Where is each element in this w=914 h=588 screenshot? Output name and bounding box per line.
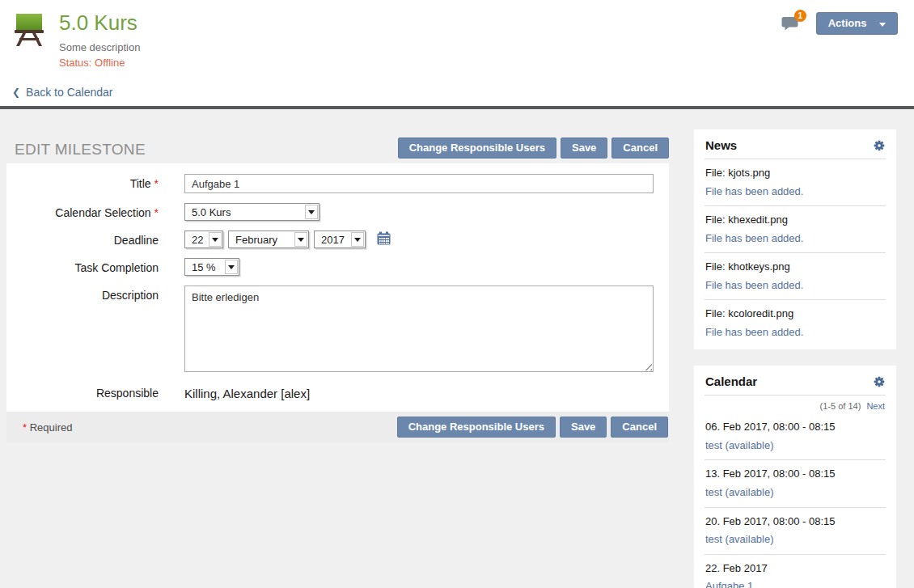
dropdown-arrow-icon bbox=[305, 205, 318, 219]
calendar-item-link[interactable]: test (available) bbox=[705, 485, 774, 500]
change-responsible-users-button-bottom[interactable]: Change Responsible Users bbox=[397, 417, 556, 438]
page-title: 5.0 Kurs bbox=[59, 11, 140, 36]
news-item-title: File: khexedit.png bbox=[705, 213, 885, 227]
gear-icon[interactable] bbox=[874, 140, 885, 151]
news-item-title: File: kcoloredit.png bbox=[705, 307, 885, 321]
responsible-value: Killing, Alexander [alex] bbox=[184, 385, 310, 400]
notifications-button[interactable]: 1 bbox=[781, 16, 798, 34]
cancel-button-top[interactable]: Cancel bbox=[611, 137, 669, 159]
calendar-item-link[interactable]: Aufgabe 1 bbox=[705, 579, 753, 588]
news-item-link[interactable]: File has been added. bbox=[705, 325, 803, 340]
deadline-month-select[interactable]: February bbox=[228, 231, 309, 248]
calendar-item-link[interactable]: test (available) bbox=[705, 438, 774, 453]
deadline-day-select[interactable]: 22 bbox=[184, 231, 223, 248]
news-item: File: khexedit.png File has been added. bbox=[694, 206, 896, 252]
back-to-calendar-link[interactable]: ❮ Back to Calendar bbox=[12, 86, 112, 99]
form-row-description: Description Bitte erledigen bbox=[6, 286, 669, 372]
dropdown-arrow-icon bbox=[351, 232, 364, 247]
save-button-top[interactable]: Save bbox=[561, 137, 607, 159]
form-row-title: Title * bbox=[6, 174, 669, 193]
news-item-link[interactable]: File has been added. bbox=[705, 231, 803, 246]
page-header: 5.0 Kurs Some description Status: Offlin… bbox=[0, 0, 914, 106]
deadline-label: Deadline bbox=[6, 231, 184, 247]
title-label: Title * bbox=[6, 174, 184, 190]
dropdown-arrow-icon bbox=[294, 232, 307, 247]
form-heading: EDIT MILESTONE bbox=[6, 141, 146, 159]
required-asterisk: * bbox=[154, 206, 159, 219]
calendar-selection-label: Calendar Selection * bbox=[6, 203, 184, 219]
calendar-selection-select[interactable]: 5.0 Kurs bbox=[184, 203, 319, 221]
deadline-month-value: February bbox=[229, 231, 294, 247]
calendar-selection-value: 5.0 Kurs bbox=[185, 204, 304, 220]
required-asterisk: * bbox=[23, 421, 27, 434]
news-item-link[interactable]: File has been added. bbox=[705, 184, 803, 199]
calendar-item: 22. Feb 2017 Aufgabe 1 bbox=[694, 555, 896, 588]
required-asterisk: * bbox=[154, 177, 159, 190]
change-responsible-users-button-top[interactable]: Change Responsible Users bbox=[398, 137, 556, 159]
news-item: File: khotkeys.png File has been added. bbox=[694, 253, 896, 299]
calendar-item-date: 20. Feb 2017, 08:00 - 08:15 bbox=[705, 514, 885, 529]
news-item-title: File: kjots.png bbox=[705, 166, 885, 180]
deadline-day-value: 22 bbox=[185, 231, 208, 247]
dropdown-arrow-icon bbox=[209, 232, 222, 247]
calendar-item: 06. Feb 2017, 08:00 - 08:15 test (availa… bbox=[694, 413, 896, 459]
save-button-bottom[interactable]: Save bbox=[560, 417, 607, 438]
chat-bubble-icon bbox=[781, 19, 798, 33]
calendar-item: 13. Feb 2017, 08:00 - 08:15 test (availa… bbox=[694, 460, 896, 506]
right-sidebar: News bbox=[694, 129, 896, 588]
news-item-title: File: khotkeys.png bbox=[705, 260, 885, 274]
deadline-year-value: 2017 bbox=[315, 231, 350, 247]
description-textarea[interactable]: Bitte erledigen bbox=[184, 286, 654, 372]
deadline-year-select[interactable]: 2017 bbox=[314, 231, 366, 248]
calendar-panel: Calendar bbox=[694, 366, 896, 588]
actions-button[interactable]: Actions bbox=[816, 12, 898, 35]
form-footer: * Required Change Responsible Users Save… bbox=[6, 412, 669, 442]
page: 5.0 Kurs Some description Status: Offlin… bbox=[0, 0, 914, 588]
news-panel: News bbox=[694, 129, 896, 349]
form-row-task-completion: Task Completion 15 % bbox=[6, 258, 669, 276]
course-status: Status: Offline bbox=[59, 57, 140, 69]
gear-icon[interactable] bbox=[874, 376, 885, 387]
form-row-deadline: Deadline 22 February 2017 bbox=[6, 231, 669, 248]
description-label: Description bbox=[6, 286, 184, 302]
calendar-item-date: 22. Feb 2017 bbox=[705, 561, 885, 576]
news-item: File: kcoloredit.png File has been added… bbox=[694, 300, 896, 346]
notification-badge: 1 bbox=[794, 10, 806, 22]
pagination-next-link[interactable]: Next bbox=[866, 401, 885, 411]
calendar-item-date: 13. Feb 2017, 08:00 - 08:15 bbox=[705, 467, 885, 481]
form-row-responsible: Responsible Killing, Alexander [alex] bbox=[6, 385, 669, 400]
course-icon bbox=[11, 11, 47, 47]
news-item-link[interactable]: File has been added. bbox=[705, 278, 803, 293]
news-item: File: kjots.png File has been added. bbox=[694, 159, 896, 205]
chevron-left-icon: ❮ bbox=[12, 87, 20, 98]
task-completion-value: 15 % bbox=[185, 259, 224, 275]
calendar-item-link[interactable]: test (available) bbox=[705, 532, 774, 547]
back-link-label: Back to Calendar bbox=[26, 86, 112, 99]
actions-button-label: Actions bbox=[828, 17, 867, 29]
title-input[interactable] bbox=[184, 174, 654, 193]
cancel-button-bottom[interactable]: Cancel bbox=[611, 417, 668, 438]
calendar-panel-title: Calendar bbox=[705, 374, 757, 388]
dropdown-arrow-icon bbox=[225, 260, 238, 274]
calendar-item: 20. Feb 2017, 08:00 - 08:15 test (availa… bbox=[694, 508, 896, 554]
pagination-range: (1-5 of 14) bbox=[820, 401, 861, 411]
task-completion-label: Task Completion bbox=[6, 258, 184, 274]
chevron-down-icon bbox=[879, 23, 886, 27]
course-description: Some description bbox=[59, 41, 140, 53]
edit-milestone-form: EDIT MILESTONE Change Responsible Users … bbox=[6, 129, 669, 588]
calendar-item-date: 06. Feb 2017, 08:00 - 08:15 bbox=[705, 420, 885, 434]
form-row-calendar-selection: Calendar Selection * 5.0 Kurs bbox=[6, 203, 669, 221]
task-completion-select[interactable]: 15 % bbox=[184, 258, 239, 276]
news-panel-title: News bbox=[705, 138, 737, 152]
calendar-pagination: (1-5 of 14) Next bbox=[694, 396, 896, 413]
calendar-picker-icon[interactable] bbox=[377, 231, 391, 248]
responsible-label: Responsible bbox=[6, 385, 184, 400]
required-note: * Required bbox=[23, 421, 72, 434]
